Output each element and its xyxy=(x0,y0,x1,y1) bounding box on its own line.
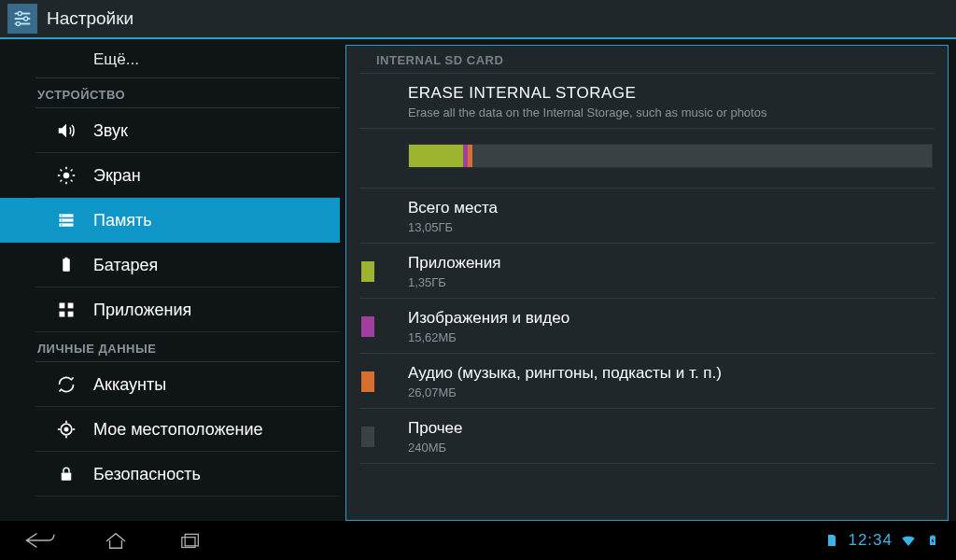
sidebar-label: Приложения xyxy=(93,301,191,320)
sidebar-label: Безопасность xyxy=(93,465,201,484)
color-swatch xyxy=(361,261,374,282)
svg-line-11 xyxy=(61,170,63,172)
category-label: Приложения xyxy=(408,253,500,273)
svg-point-6 xyxy=(63,173,70,179)
sync-icon xyxy=(56,374,77,395)
volume-icon xyxy=(56,120,77,141)
sidebar-section-device: УСТРОЙСТВО xyxy=(0,78,340,107)
settings-sidebar: Ещё... УСТРОЙСТВО Звук Экран Память xyxy=(0,39,340,521)
erase-title: ERASE INTERNAL STORAGE xyxy=(408,83,766,104)
apps-icon xyxy=(56,300,77,320)
total-space-row[interactable]: Всего места 13,05ГБ xyxy=(346,189,948,244)
home-button[interactable] xyxy=(97,526,134,554)
category-value: 15,62МБ xyxy=(408,330,569,344)
total-label: Всего места xyxy=(408,198,498,218)
color-swatch xyxy=(361,371,374,392)
battery-icon xyxy=(56,255,77,275)
svg-rect-21 xyxy=(63,259,70,272)
settings-app-icon xyxy=(7,4,37,34)
svg-rect-34 xyxy=(185,534,198,546)
svg-rect-22 xyxy=(65,258,68,259)
sidebar-label: Батарея xyxy=(93,256,158,275)
sidebar-item-location[interactable]: Мое местоположение xyxy=(0,407,340,452)
svg-rect-37 xyxy=(932,536,935,538)
svg-point-19 xyxy=(61,219,63,221)
storage-icon xyxy=(56,210,77,231)
usage-segment xyxy=(468,145,473,167)
status-tray[interactable]: 12:34 xyxy=(823,531,949,550)
category-value: 240МБ xyxy=(408,441,463,455)
svg-rect-25 xyxy=(60,312,65,317)
svg-rect-24 xyxy=(68,303,74,309)
sidebar-label: Экран xyxy=(93,166,141,186)
sidebar-section-personal: ЛИЧНЫЕ ДАННЫЕ xyxy=(0,332,340,361)
svg-line-12 xyxy=(71,180,73,182)
brightness-icon xyxy=(56,165,77,186)
storage-usage-bar xyxy=(408,144,933,168)
svg-point-3 xyxy=(18,11,21,15)
svg-line-13 xyxy=(61,180,63,182)
app-header: Настройки xyxy=(0,0,956,39)
storage-detail-panel: INTERNAL SD CARD ERASE INTERNAL STORAGE … xyxy=(345,45,949,521)
sidebar-item-battery[interactable]: Батарея xyxy=(0,243,340,287)
wifi-icon xyxy=(900,532,917,549)
storage-category-row[interactable]: Прочее240МБ xyxy=(346,409,948,464)
sidebar-label: Мое местоположение xyxy=(93,420,263,440)
page-title: Настройки xyxy=(47,8,134,29)
lock-icon xyxy=(56,464,77,484)
sidebar-item-more[interactable]: Ещё... xyxy=(0,41,340,78)
svg-rect-33 xyxy=(62,473,72,481)
svg-point-4 xyxy=(24,17,28,21)
erase-subtitle: Erase all the data on the Internal Stora… xyxy=(408,105,766,119)
sidebar-label: Ещё... xyxy=(93,50,139,69)
category-label: Изображения и видео xyxy=(408,308,569,329)
battery-charging-icon xyxy=(924,532,941,549)
sidebar-label: Звук xyxy=(93,121,128,141)
sidebar-label: Память xyxy=(93,211,152,231)
sidebar-item-apps[interactable]: Приложения xyxy=(0,287,340,332)
sidebar-item-storage[interactable]: Память xyxy=(0,198,340,243)
svg-point-5 xyxy=(16,21,20,25)
clock: 12:34 xyxy=(848,531,893,550)
total-value: 13,05ГБ xyxy=(408,220,498,234)
back-button[interactable] xyxy=(22,526,60,554)
recents-button[interactable] xyxy=(172,526,209,554)
sd-card-icon xyxy=(823,532,840,549)
svg-line-14 xyxy=(71,170,73,172)
sidebar-item-sound[interactable]: Звук xyxy=(0,108,340,153)
category-label: Прочее xyxy=(408,418,463,439)
svg-rect-26 xyxy=(68,312,74,317)
color-swatch xyxy=(361,316,374,337)
svg-rect-23 xyxy=(60,303,65,309)
svg-point-20 xyxy=(61,224,63,226)
category-value: 1,35ГБ xyxy=(408,275,500,289)
sidebar-item-accounts[interactable]: Аккаунты xyxy=(0,362,340,407)
sidebar-label: Аккаунты xyxy=(93,375,166,395)
storage-category-row[interactable]: Изображения и видео15,62МБ xyxy=(346,299,948,354)
category-value: 26,07МБ xyxy=(408,385,722,399)
storage-category-row[interactable]: Приложения1,35ГБ xyxy=(346,244,948,299)
sidebar-item-security[interactable]: Безопасность xyxy=(0,452,340,497)
category-label: Аудио (музыка, рингтоны, подкасты и т. п… xyxy=(408,363,722,384)
storage-category-row[interactable]: Аудио (музыка, рингтоны, подкасты и т. п… xyxy=(346,354,948,409)
section-header-internal-sd: INTERNAL SD CARD xyxy=(346,46,948,73)
sidebar-item-display[interactable]: Экран xyxy=(0,153,340,198)
system-navbar: 12:34 xyxy=(0,521,956,560)
svg-point-18 xyxy=(61,215,63,217)
erase-storage-row[interactable]: ERASE INTERNAL STORAGE Erase all the dat… xyxy=(346,74,948,129)
color-swatch xyxy=(361,427,374,447)
storage-usage-bar-row xyxy=(346,129,948,189)
svg-point-28 xyxy=(64,427,67,430)
usage-segment xyxy=(409,145,463,167)
location-icon xyxy=(56,419,77,440)
